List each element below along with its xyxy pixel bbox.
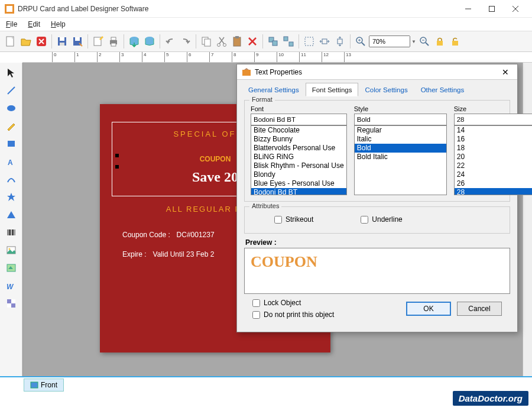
dialog-icon <box>242 67 251 77</box>
list-item[interactable]: 22 <box>455 161 532 170</box>
checker-tool-icon[interactable] <box>4 296 19 311</box>
lock-icon[interactable] <box>433 34 447 48</box>
list-item[interactable]: 26 <box>455 179 532 188</box>
list-item[interactable]: Italic <box>355 135 446 144</box>
db-import-icon[interactable] <box>142 34 157 48</box>
list-item[interactable]: Bite Chocolate <box>251 126 346 135</box>
svg-rect-32 <box>273 41 277 46</box>
list-item[interactable]: Bold Italic <box>355 153 446 161</box>
list-item[interactable]: 20 <box>455 153 532 161</box>
star-tool-icon[interactable] <box>4 189 19 205</box>
triangle-tool-icon[interactable] <box>4 207 19 222</box>
page-tabs: Front <box>0 376 532 393</box>
list-item[interactable]: 28 <box>455 188 532 195</box>
wordart-tool-icon[interactable]: W <box>4 278 19 293</box>
ok-button[interactable]: OK <box>406 302 451 316</box>
db-export-icon[interactable] <box>127 34 141 48</box>
list-item[interactable]: Blisk Rhythm - Personal Use <box>251 161 346 170</box>
menu-help[interactable]: Help <box>51 20 66 28</box>
zoom-input[interactable] <box>369 35 410 47</box>
close-doc-icon[interactable] <box>34 34 48 48</box>
tab-font-settings[interactable]: Font Settings <box>306 83 359 96</box>
attributes-fieldset: Attributes Strikeout Underline <box>244 206 510 234</box>
svg-rect-12 <box>60 43 64 46</box>
font-listbox[interactable]: Bite ChocolateBizzy BunnyBlattervolds Pe… <box>251 125 347 195</box>
move-h-icon[interactable] <box>317 34 332 48</box>
svg-point-48 <box>7 105 15 111</box>
open-icon[interactable] <box>19 34 33 48</box>
strikeout-checkbox[interactable]: Strikeout <box>274 215 313 224</box>
cancel-button[interactable]: Cancel <box>457 302 502 316</box>
zoomout-icon[interactable] <box>417 34 432 48</box>
svg-rect-28 <box>235 36 239 38</box>
dialog-close-icon[interactable]: ✕ <box>498 67 512 77</box>
tab-front[interactable]: Front <box>24 379 64 392</box>
move-v-icon[interactable] <box>333 34 347 48</box>
list-item[interactable]: Blue Eyes - Personal Use <box>251 179 346 188</box>
svg-rect-45 <box>437 41 443 46</box>
paste-icon[interactable] <box>230 34 244 48</box>
size-listbox[interactable]: 1416182022242628 <box>454 125 532 195</box>
size-input[interactable] <box>454 114 532 125</box>
new-icon[interactable] <box>4 34 18 48</box>
image-tool-icon[interactable] <box>4 242 19 258</box>
list-item[interactable]: BLiNG RiNG <box>251 153 346 161</box>
group-icon[interactable] <box>266 34 280 48</box>
zoom-dropdown-icon[interactable]: ▼ <box>411 39 416 44</box>
svg-point-58 <box>8 248 10 250</box>
list-item[interactable]: Bold <box>355 144 446 153</box>
arc-tool-icon[interactable] <box>4 172 19 187</box>
style-listbox[interactable]: RegularItalicBoldBold Italic <box>354 125 447 195</box>
underline-checkbox[interactable]: Underline <box>361 215 402 224</box>
tab-other-settings[interactable]: Other Settings <box>414 83 471 96</box>
menu-edit[interactable]: Edit <box>28 20 40 28</box>
svg-rect-34 <box>289 42 293 46</box>
close-button[interactable] <box>504 1 527 17</box>
line-tool-icon[interactable] <box>4 83 19 98</box>
save-icon[interactable] <box>55 34 69 48</box>
page-icon <box>30 381 38 389</box>
picture-tool-icon[interactable] <box>4 260 19 276</box>
svg-rect-1 <box>7 6 12 12</box>
print-icon[interactable] <box>106 34 121 48</box>
pencil-tool-icon[interactable] <box>4 118 19 134</box>
barcode-tool-icon[interactable] <box>4 225 19 240</box>
cut-icon[interactable] <box>215 34 229 48</box>
undo-icon[interactable] <box>163 34 177 48</box>
tab-color-settings[interactable]: Color Settings <box>358 83 414 96</box>
maximize-button[interactable] <box>480 1 504 17</box>
list-item[interactable]: 24 <box>455 170 532 179</box>
rect-tool-icon[interactable] <box>4 136 19 151</box>
menu-file[interactable]: File <box>6 20 17 28</box>
list-item[interactable]: Blondy <box>251 170 346 179</box>
tab-general-settings[interactable]: General Settings <box>242 83 306 96</box>
list-item[interactable]: Regular <box>355 126 446 135</box>
saveas-icon[interactable] <box>70 34 85 48</box>
list-item[interactable]: 16 <box>455 135 532 144</box>
list-item[interactable]: Blattervolds Personal Use <box>251 144 346 153</box>
do-not-print-checkbox[interactable]: Do not print this object <box>252 310 406 319</box>
delete-icon[interactable] <box>245 34 259 48</box>
copy-icon[interactable] <box>199 34 213 48</box>
ellipse-tool-icon[interactable] <box>4 101 19 116</box>
list-item[interactable]: 18 <box>455 144 532 153</box>
edit-icon[interactable] <box>91 34 105 48</box>
font-input[interactable] <box>251 114 347 125</box>
pointer-tool-icon[interactable] <box>4 65 19 80</box>
list-item[interactable]: Bodoni Bd BT <box>251 188 346 195</box>
style-input[interactable] <box>354 114 447 125</box>
list-item[interactable]: Bizzy Bunny <box>251 135 346 144</box>
redo-icon[interactable] <box>179 34 193 48</box>
svg-rect-37 <box>338 39 342 44</box>
list-item[interactable]: 14 <box>455 126 532 135</box>
svg-line-43 <box>426 43 429 46</box>
text-tool-icon[interactable]: A <box>4 154 19 169</box>
minimize-button[interactable] <box>456 1 480 17</box>
unlock-icon[interactable] <box>448 34 462 48</box>
ungroup-icon[interactable] <box>281 34 296 48</box>
select-area-icon[interactable] <box>302 34 316 48</box>
lock-object-checkbox[interactable]: Lock Object <box>252 299 406 307</box>
svg-line-39 <box>362 43 365 46</box>
style-label: Style <box>354 105 447 112</box>
zoomin-icon[interactable] <box>353 34 368 48</box>
